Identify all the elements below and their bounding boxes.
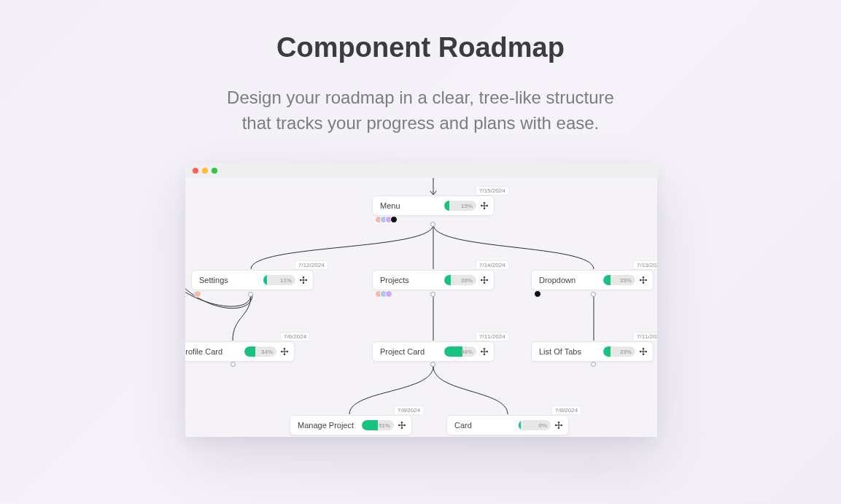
connection-port[interactable] (591, 292, 596, 297)
progress-percent: 20% (444, 275, 476, 285)
node-label: Projects (380, 276, 444, 284)
avatar-group[interactable] (194, 290, 201, 298)
node-label: Card (454, 421, 519, 430)
avatar[interactable] (385, 290, 392, 298)
node-project-card[interactable]: Project Card 56% (372, 341, 495, 362)
node-label: Manage Project (298, 421, 362, 430)
node-label: Profile Card (185, 347, 244, 356)
node-profile-card[interactable]: Profile Card 34% (185, 341, 295, 362)
progress-percent: 23% (603, 275, 635, 285)
progress-percent: 51% (362, 420, 394, 430)
move-icon[interactable] (281, 348, 288, 355)
progress-bar: 0% (519, 420, 551, 430)
move-icon[interactable] (481, 348, 488, 355)
progress-percent: 34% (244, 346, 276, 357)
traffic-light-minimize-icon[interactable] (202, 168, 208, 174)
connector-lines (185, 178, 657, 437)
progress-bar: 15% (444, 201, 476, 211)
date-badge: 7/8/2024 (551, 406, 581, 415)
date-badge: 7/8/2024 (394, 406, 424, 415)
move-icon[interactable] (640, 276, 647, 284)
date-badge: 7/15/2024 (476, 186, 509, 195)
subtitle-line-1: Design your roadmap in a clear, tree-lik… (227, 88, 614, 107)
date-badge: 7/6/2024 (280, 332, 310, 341)
window-titlebar (185, 163, 657, 178)
move-icon[interactable] (398, 422, 406, 429)
node-menu[interactable]: Menu 15% (372, 195, 495, 216)
subtitle-line-2: that tracks your progress and plans with… (242, 113, 600, 133)
roadmap-canvas[interactable]: 7/15/2024 Menu 15% 7/12/2024 Settings 11… (185, 178, 657, 437)
progress-percent: 11% (263, 275, 295, 285)
avatar[interactable] (194, 290, 201, 298)
progress-percent: 15% (444, 201, 476, 211)
avatar-group[interactable] (534, 290, 541, 298)
progress-bar: 34% (244, 346, 276, 357)
avatar[interactable] (390, 216, 398, 223)
date-badge: 7/14/2024 (476, 260, 509, 270)
connection-port[interactable] (230, 362, 236, 367)
node-dropdown[interactable]: Dropdown 23% (531, 270, 654, 290)
move-icon[interactable] (481, 276, 488, 284)
node-label: Settings (199, 276, 263, 284)
node-label: Dropdown (539, 276, 603, 284)
progress-bar: 23% (603, 275, 635, 285)
avatar-group[interactable] (375, 216, 398, 223)
move-icon[interactable] (481, 202, 488, 209)
node-label: Menu (380, 201, 444, 210)
progress-bar: 56% (444, 346, 476, 357)
progress-percent: 56% (444, 346, 476, 357)
date-badge: 7/12/2024 (295, 260, 328, 270)
avatar-group[interactable] (375, 290, 392, 298)
traffic-light-close-icon[interactable] (193, 168, 198, 174)
move-icon[interactable] (555, 422, 562, 429)
node-manage-project[interactable]: Manage Project 51% (290, 415, 412, 435)
traffic-light-zoom-icon[interactable] (212, 168, 217, 174)
date-badge: 7/13/2024 (633, 260, 657, 270)
connection-port[interactable] (248, 292, 253, 297)
node-projects[interactable]: Projects 20% (372, 270, 495, 290)
connection-port[interactable] (430, 292, 435, 297)
node-list-of-tabs[interactable]: List Of Tabs 23% (531, 341, 654, 362)
page-subtitle: Design your roadmap in a clear, tree-lik… (0, 85, 841, 136)
date-badge: 7/11/2024 (476, 332, 509, 341)
move-icon[interactable] (300, 276, 307, 284)
node-settings[interactable]: Settings 11% (191, 270, 314, 290)
connection-port[interactable] (430, 362, 435, 367)
progress-percent: 23% (603, 346, 635, 357)
avatar[interactable] (534, 290, 541, 298)
connection-port[interactable] (591, 362, 596, 367)
app-window: 7/15/2024 Menu 15% 7/12/2024 Settings 11… (185, 163, 657, 437)
node-card[interactable]: Card 0% (446, 415, 569, 435)
connection-port[interactable] (430, 222, 435, 227)
progress-percent: 0% (519, 420, 551, 430)
date-badge: 7/11/2024 (633, 332, 657, 341)
progress-bar: 20% (444, 275, 476, 285)
progress-bar: 11% (263, 275, 295, 285)
node-label: List Of Tabs (539, 347, 603, 356)
node-label: Project Card (380, 347, 444, 356)
move-icon[interactable] (640, 348, 647, 355)
progress-bar: 23% (603, 346, 635, 357)
page-title: Component Roadmap (0, 0, 841, 63)
progress-bar: 51% (362, 420, 394, 430)
